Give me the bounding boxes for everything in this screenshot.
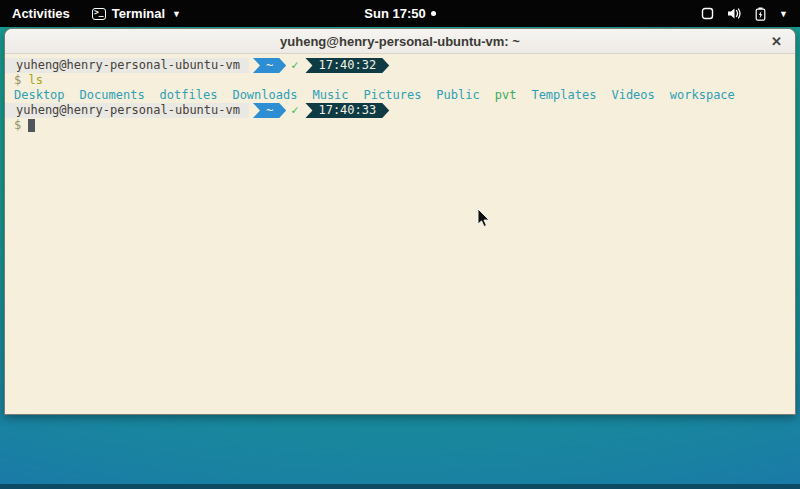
clock-label: Sun 17:50 xyxy=(364,6,425,21)
directory-name: Downloads xyxy=(232,88,297,103)
screen-icon xyxy=(701,7,714,20)
activities-button[interactable]: Activities xyxy=(0,0,82,27)
prompt-path-segment: ~ xyxy=(253,103,286,118)
prompt-path-segment: ~ xyxy=(253,58,286,73)
directory-name: workspace xyxy=(670,88,735,103)
battery-charging-icon xyxy=(755,7,766,21)
chevron-down-icon: ▼ xyxy=(172,9,181,19)
terminal-app-icon: >_ xyxy=(92,8,106,20)
directory-name: Public xyxy=(436,88,479,103)
prompt-line-1: yuheng@henry-personal-ubuntu-vm ~ ✓ 17:4… xyxy=(5,58,795,73)
prompt-user: yuheng@henry-personal-ubuntu-vm xyxy=(5,58,249,73)
command-line: $ ls xyxy=(5,73,795,88)
prompt-timestamp: 17:40:32 xyxy=(305,58,389,73)
directory-name: Desktop xyxy=(5,88,65,103)
terminal-cursor xyxy=(28,119,35,132)
desktop-bottom-shade xyxy=(0,484,800,489)
terminal-screen[interactable]: yuheng@henry-personal-ubuntu-vm ~ ✓ 17:4… xyxy=(5,54,795,414)
clock-button[interactable]: Sun 17:50 xyxy=(364,6,435,21)
app-menu-label: Terminal xyxy=(112,6,165,21)
system-menu-button[interactable]: ▼ xyxy=(689,0,800,27)
activities-label: Activities xyxy=(12,6,70,21)
directory-name: dotfiles xyxy=(160,88,218,103)
top-bar: Activities >_ Terminal ▼ Sun 17:50 ▼ xyxy=(0,0,800,27)
app-menu-button[interactable]: >_ Terminal ▼ xyxy=(82,0,191,27)
window-title: yuheng@henry-personal-ubuntu-vm: ~ xyxy=(280,34,520,49)
directory-name: Templates xyxy=(531,88,596,103)
notification-dot-icon xyxy=(431,11,436,16)
directory-name: Music xyxy=(312,88,348,103)
window-titlebar[interactable]: yuheng@henry-personal-ubuntu-vm: ~ ✕ xyxy=(5,29,795,54)
directory-name: Documents xyxy=(80,88,145,103)
status-check-icon: ✓ xyxy=(286,58,303,73)
input-line: $ xyxy=(5,118,795,133)
directory-name: Pictures xyxy=(364,88,422,103)
close-button[interactable]: ✕ xyxy=(771,29,782,53)
shell-prompt-symbol: $ xyxy=(14,73,21,88)
ls-output-line: DesktopDocumentsdotfilesDownloadsMusicPi… xyxy=(5,88,795,103)
directory-name: Videos xyxy=(611,88,654,103)
status-check-icon: ✓ xyxy=(286,103,303,118)
directory-name: pvt xyxy=(495,88,517,103)
prompt-user: yuheng@henry-personal-ubuntu-vm xyxy=(5,103,249,118)
chevron-down-icon: ▼ xyxy=(779,9,788,19)
command-text: ls xyxy=(28,73,42,88)
terminal-window: yuheng@henry-personal-ubuntu-vm: ~ ✕ yuh… xyxy=(4,28,796,415)
prompt-line-2: yuheng@henry-personal-ubuntu-vm ~ ✓ 17:4… xyxy=(5,103,795,118)
prompt-timestamp: 17:40:33 xyxy=(305,103,389,118)
volume-icon xyxy=(727,7,742,20)
shell-prompt-symbol: $ xyxy=(14,118,21,133)
